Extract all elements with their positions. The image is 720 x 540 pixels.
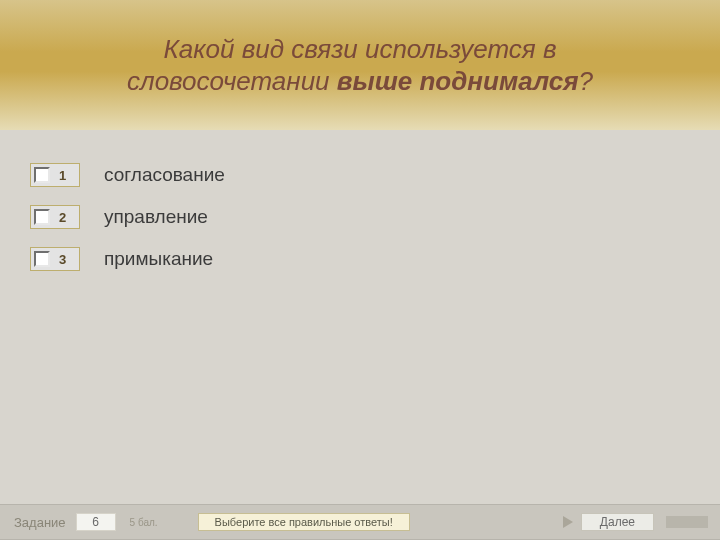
checkbox-icon — [34, 251, 50, 267]
question-line-2-plain: словосочетании — [127, 66, 337, 96]
option-number: 2 — [59, 210, 66, 225]
progress-indicator — [666, 516, 708, 528]
arrow-right-icon — [563, 516, 573, 528]
task-label: Задание — [14, 515, 66, 530]
option-row: 3 примыкание — [30, 247, 720, 271]
question-phrase-bold: выше поднимался — [337, 66, 579, 96]
question-line-1: Какой вид связи используется в — [163, 33, 556, 66]
checkbox-icon — [34, 209, 50, 225]
option-label: управление — [104, 206, 208, 228]
checkbox-icon — [34, 167, 50, 183]
option-button-2[interactable]: 2 — [30, 205, 80, 229]
option-button-1[interactable]: 1 — [30, 163, 80, 187]
option-button-3[interactable]: 3 — [30, 247, 80, 271]
slide-stage: Какой вид связи используется в словосоче… — [0, 0, 720, 540]
question-line-2: словосочетании выше поднимался? — [127, 65, 593, 98]
question-number-box: 6 — [76, 513, 116, 531]
next-button[interactable]: Далее — [581, 513, 654, 531]
option-number: 1 — [59, 168, 66, 183]
options-area: 1 согласование 2 управление 3 примыкание — [0, 155, 720, 289]
option-label: согласование — [104, 164, 225, 186]
hint-box: Выберите все правильные ответы! — [198, 513, 410, 531]
option-number: 3 — [59, 252, 66, 267]
option-row: 1 согласование — [30, 163, 720, 187]
points-label: 5 бал. — [130, 517, 158, 528]
footer-bar: Задание 6 5 бал. Выберите все правильные… — [0, 504, 720, 540]
question-header: Какой вид связи используется в словосоче… — [0, 0, 720, 130]
option-label: примыкание — [104, 248, 213, 270]
option-row: 2 управление — [30, 205, 720, 229]
question-qmark: ? — [579, 66, 593, 96]
